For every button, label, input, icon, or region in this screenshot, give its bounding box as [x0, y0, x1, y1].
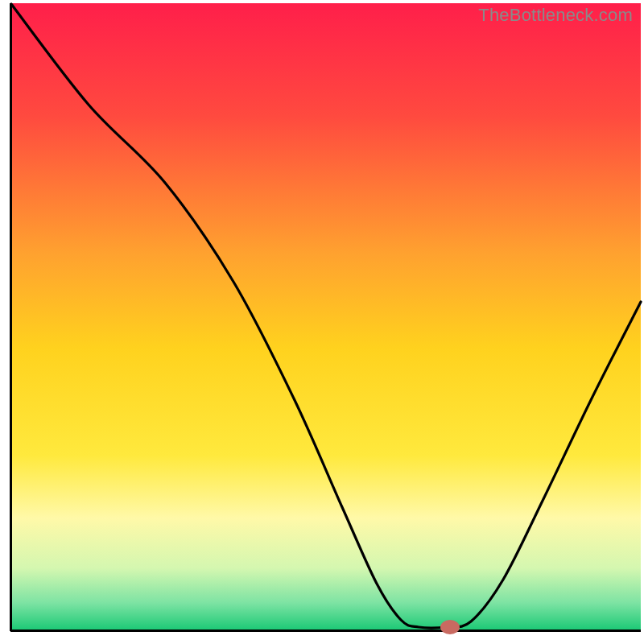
attribution-label: TheBottleneck.com	[478, 5, 633, 26]
plot-background	[10, 3, 641, 631]
bottleneck-chart	[0, 0, 644, 644]
chart-container: TheBottleneck.com	[0, 0, 644, 644]
optimum-marker	[440, 620, 460, 634]
